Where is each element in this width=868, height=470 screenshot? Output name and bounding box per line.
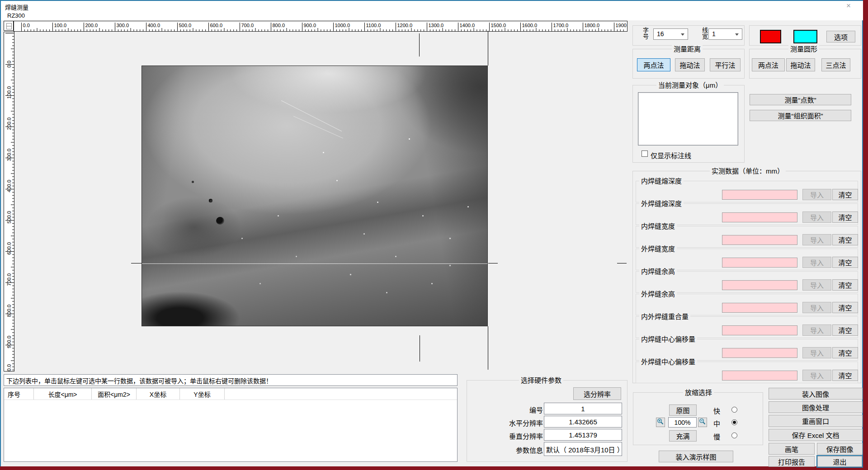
status-hint-text: 下边列表中，单击鼠标左键可选中某一行数据，该数据可被导入；单击鼠标右键可删除该数… (6, 376, 272, 385)
id-field[interactable]: 1 (544, 403, 622, 414)
clear-button[interactable]: 清空 (832, 324, 858, 336)
clear-button[interactable]: 清空 (832, 302, 858, 313)
value-field[interactable] (722, 212, 797, 222)
value-field[interactable] (722, 325, 797, 335)
svg-text:500.0: 500.0 (179, 23, 192, 28)
clear-button[interactable]: 清空 (832, 234, 858, 245)
image-pore-small (192, 181, 194, 183)
weld-micrograph-image[interactable] (142, 66, 488, 326)
import-button[interactable]: 导入 (802, 279, 831, 291)
load-demo-image-button[interactable]: 装入演示样图 (659, 451, 733, 462)
import-button[interactable]: 导入 (802, 234, 831, 245)
import-button[interactable]: 导入 (802, 347, 831, 358)
status-hint-box: 下边列表中，单击鼠标左键可选中某一行数据，该数据可被导入；单击鼠标右键可删除该数… (4, 374, 458, 386)
import-button[interactable]: 导入 (802, 189, 831, 200)
value-field[interactable] (722, 371, 797, 381)
clear-button[interactable]: 清空 (832, 189, 858, 200)
field-label: 内焊缝熔深度 (639, 177, 684, 185)
pen-color-swatch[interactable] (760, 30, 781, 43)
guide-line-right-bottom (488, 326, 488, 370)
col-area[interactable]: 面积<μm2> (92, 388, 137, 400)
clear-button[interactable]: 清空 (832, 347, 858, 358)
distance-drag-button[interactable]: 拖动法 (675, 58, 705, 71)
exit-button[interactable]: 退出 (817, 456, 862, 467)
speed-slow-radio[interactable] (731, 432, 737, 438)
value-field[interactable] (722, 303, 797, 313)
zoom-percent-field[interactable]: 100% (668, 417, 697, 428)
value-field[interactable] (722, 280, 797, 290)
speed-medium-label: 中 (713, 418, 720, 428)
measured-row: 内焊缝熔深度导入清空 (636, 181, 858, 202)
save-excel-button[interactable]: 保存 Excel 文档 (769, 429, 863, 441)
circle-two-point-button[interactable]: 两点法 (752, 58, 785, 71)
circle-drag-button[interactable]: 拖动法 (786, 58, 815, 71)
import-button[interactable]: 导入 (802, 302, 831, 313)
svg-text:300.0: 300.0 (117, 23, 129, 28)
clear-button[interactable]: 清空 (832, 370, 858, 381)
chevron-down-icon (681, 33, 684, 36)
original-size-button[interactable]: 原图 (669, 404, 697, 416)
circle-three-point-button[interactable]: 三点法 (821, 58, 850, 71)
select-resolution-button[interactable]: 选分辨率 (573, 387, 621, 400)
zoom-in-button[interactable] (656, 418, 665, 427)
field-label: 内焊缝余高 (639, 268, 677, 275)
redraw-window-button[interactable]: 重画窗口 (769, 415, 863, 427)
import-button[interactable]: 导入 (802, 324, 831, 336)
value-field[interactable] (722, 190, 797, 200)
measurement-table[interactable]: 序号 长度<μm> 面积<μm2> X坐标 Y坐标 (4, 388, 458, 462)
col-y[interactable]: Y坐标 (180, 388, 225, 400)
ruler-origin-box (4, 21, 14, 31)
image-processing-button[interactable]: 图像处理 (769, 401, 863, 413)
v-resolution-field[interactable]: 1.451379 (544, 429, 622, 441)
measurement-listbox[interactable] (638, 92, 738, 146)
clear-button[interactable]: 清空 (832, 212, 858, 223)
col-index[interactable]: 序号 (4, 388, 34, 400)
import-button[interactable]: 导入 (802, 212, 831, 223)
line-width-combobox[interactable]: 1 (708, 28, 742, 40)
import-button[interactable]: 导入 (802, 370, 831, 381)
show-annotation-checkbox[interactable] (642, 150, 648, 157)
measured-row: 外焊缝熔深度导入清空 (636, 203, 858, 225)
distance-parallel-button[interactable]: 平行法 (710, 58, 741, 71)
load-image-button[interactable]: 装入图像 (769, 388, 863, 400)
options-button[interactable]: 选项 (826, 31, 855, 42)
distance-two-point-button[interactable]: 两点法 (637, 58, 670, 71)
print-report-button[interactable]: 打印报告 (769, 456, 815, 467)
svg-text:1200.0: 1200.0 (397, 23, 413, 28)
measure-area-button[interactable]: 测量“组织面积” (750, 110, 851, 121)
brush-button[interactable]: 画笔 (769, 443, 815, 455)
desktop-strip-right (863, 0, 868, 470)
svg-text:200.0: 200.0 (6, 118, 12, 130)
measure-points-button[interactable]: 测量“点数” (750, 94, 851, 105)
fit-button[interactable]: 充满 (669, 430, 697, 442)
speed-fast-radio[interactable] (731, 407, 737, 413)
save-image-button[interactable]: 保存图像 (817, 443, 863, 455)
clear-button[interactable]: 清空 (832, 257, 858, 268)
svg-text:800.0: 800.0 (6, 305, 12, 317)
measure-line-right-stub (488, 263, 498, 263)
col-x[interactable]: X坐标 (137, 388, 180, 400)
svg-text:0.0: 0.0 (6, 61, 12, 67)
weld-measurement-window: 焊缝测量 × RZ300 0.0100.0200.0300.0400.0500.… (0, 0, 868, 470)
measured-row: 外焊缝中心偏移量导入清空 (636, 362, 858, 383)
font-size-combobox[interactable]: 16 (653, 28, 688, 40)
field-label: 外焊缝中心偏移量 (639, 358, 697, 366)
close-icon[interactable]: × (844, 1, 853, 10)
speed-medium-radio[interactable] (731, 419, 737, 425)
clear-button[interactable]: 清空 (832, 279, 858, 291)
field-label: 外焊缝余高 (639, 290, 677, 298)
value-field[interactable] (722, 235, 797, 245)
field-label: 内焊缝宽度 (639, 222, 677, 230)
menu-item-rz300[interactable]: RZ300 (6, 12, 26, 19)
h-resolution-field[interactable]: 1.432665 (544, 416, 622, 428)
value-field[interactable] (722, 258, 797, 268)
col-length[interactable]: 长度<μm> (34, 388, 92, 400)
param-info-field[interactable]: 默认（ 2018年3月10日 ） (544, 442, 622, 456)
zoom-in-icon (657, 418, 664, 425)
svg-text:0.0: 0.0 (23, 23, 30, 28)
import-button[interactable]: 导入 (802, 257, 831, 268)
zoom-selection-group: 放缩选择 原图 100% 充满 快 中 慢 (633, 392, 763, 445)
fill-color-swatch[interactable] (793, 30, 817, 43)
value-field[interactable] (722, 348, 797, 358)
zoom-out-button[interactable] (698, 418, 707, 427)
